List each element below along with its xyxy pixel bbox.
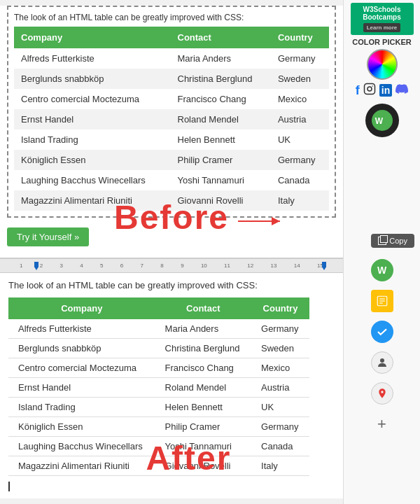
copy-btn-label: Copy <box>389 237 407 245</box>
svg-point-11 <box>380 358 384 363</box>
table-row: Island TradingHelen BennettUK <box>8 398 309 417</box>
table-row: Berglunds snabbköpChristina BerglundSwed… <box>8 339 309 358</box>
svg-point-3 <box>368 87 372 91</box>
table-row: Laughing Bacchus WinecellarsYoshi Tannam… <box>14 170 329 190</box>
table-cell: Sweden <box>251 339 309 358</box>
table-cell: Island Trading <box>8 398 155 417</box>
table-cell: Italy <box>271 190 329 211</box>
before-section: The look of an HTML table can be greatly… <box>0 6 343 259</box>
social-icons-group: f in <box>356 83 408 98</box>
top-description: The look of an HTML table can be greatly… <box>14 13 329 22</box>
table-cell: Germany <box>271 48 329 69</box>
table-cell: Canada <box>271 170 329 190</box>
table-cell: Magazzini Alimentari Riuniti <box>8 456 155 476</box>
color-picker-label: COLOR PICKER <box>352 38 411 46</box>
table-cell: Ernst Handel <box>8 378 155 398</box>
ruler-marker-left <box>34 262 38 270</box>
arrow-icon <box>238 214 287 228</box>
table-row: Königlich EssenPhilip CramerGermany <box>14 150 329 170</box>
table-cell: Francisco Chang <box>171 89 271 109</box>
table-cell: Laughing Bacchus Winecellars <box>14 170 171 190</box>
table-cell: Berglunds snabbköp <box>8 339 155 358</box>
after-section: The look of an HTML table can be greatly… <box>0 273 343 498</box>
bottom-description: The look of an HTML table can be greatly… <box>8 280 335 290</box>
table-cell: Centro comercial Moctezuma <box>8 358 155 378</box>
svg-text:W: W <box>374 116 383 126</box>
html-table-before: Company Contact Country Alfreds Futterki… <box>14 27 329 211</box>
table-cell: Philip Cramer <box>155 417 251 437</box>
copy-btn-container: Copy <box>371 234 414 248</box>
checkmark-icon[interactable] <box>371 321 393 343</box>
table-cell: Königlich Essen <box>14 150 171 170</box>
table-cell: UK <box>271 130 329 150</box>
w3-small-icon[interactable]: W <box>371 259 393 281</box>
right-sidebar-top: W3Schools Bootcamps Learn more COLOR PIC… <box>343 0 420 253</box>
table-cell: UK <box>251 398 309 417</box>
copy-button[interactable]: Copy <box>371 234 414 248</box>
table-cell: Sweden <box>271 69 329 89</box>
dashed-box: The look of an HTML table can be greatly… <box>7 6 336 218</box>
table-cell: Germany <box>251 319 309 339</box>
person-icon[interactable] <box>371 351 393 374</box>
table-cell: Francisco Chang <box>155 358 251 378</box>
table-cell: Ernst Handel <box>14 109 171 130</box>
linkedin-icon[interactable]: in <box>379 84 392 97</box>
w3-app-icon[interactable]: W <box>365 104 399 137</box>
ruler-marker-right <box>322 262 326 270</box>
w3-logo-icon: W <box>372 110 393 131</box>
copy-icon <box>378 237 386 245</box>
col-header-country: Country <box>271 27 329 48</box>
table-cell: Austria <box>271 109 329 130</box>
table-cell: Helen Bennett <box>155 398 251 417</box>
sticky-note-icon[interactable] <box>371 290 393 312</box>
instagram-icon[interactable] <box>363 83 376 98</box>
try-it-yourself-button[interactable]: Try it Yourself » <box>7 227 89 246</box>
table-cell: Germany <box>251 417 309 437</box>
table-cell: Island Trading <box>14 130 171 150</box>
table-row: Centro comercial MoctezumaFrancisco Chan… <box>14 89 329 109</box>
table-cell: Berglunds snabbköp <box>14 69 171 89</box>
table-cell: Mexico <box>251 358 309 378</box>
ruler-numbers: 12345 678910 1112131415 <box>6 262 337 269</box>
table-row: Berglunds snabbköpChristina BerglundSwed… <box>14 69 329 89</box>
w3-app-icon-container: W <box>365 104 399 137</box>
table-row: Alfreds FutterkisteMaria AndersGermany <box>8 319 309 339</box>
table-cell: Maria Anders <box>155 319 251 339</box>
col-header-company: Company <box>14 27 171 48</box>
discord-icon[interactable] <box>396 83 408 98</box>
table-row: Königlich EssenPhilip CramerGermany <box>8 417 309 437</box>
bootcamps-banner[interactable]: W3Schools Bootcamps Learn more <box>351 3 414 35</box>
col-header-country-after: Country <box>251 298 309 319</box>
table-row: Ernst HandelRoland MendelAustria <box>8 378 309 398</box>
ruler-area: 12345 678910 1112131415 <box>0 259 343 273</box>
table-cell: Königlich Essen <box>8 417 155 437</box>
table-row: Island TradingHelen BennettUK <box>14 130 329 150</box>
bootcamps-title: W3Schools Bootcamps <box>354 6 411 21</box>
table-cell: Laughing Bacchus Winecellars <box>8 437 155 456</box>
before-label: Before <box>114 198 229 237</box>
table-cell: Alfreds Futterkiste <box>8 319 155 339</box>
table-cell: Roland Mendel <box>171 109 271 130</box>
table-cell: Christina Berglund <box>155 339 251 358</box>
color-wheel-icon[interactable] <box>367 49 398 80</box>
table-row: Ernst HandelRoland MendelAustria <box>14 109 329 130</box>
table-cell: Canada <box>251 437 309 456</box>
svg-rect-2 <box>364 84 374 94</box>
col-header-contact-after: Contact <box>155 298 251 319</box>
table-cell: Philip Cramer <box>171 150 271 170</box>
text-cursor <box>8 480 335 491</box>
location-pin-icon[interactable] <box>371 382 393 405</box>
table-cell: Helen Bennett <box>171 130 271 150</box>
table-cell: Alfreds Futterkiste <box>14 48 171 69</box>
col-header-company-after: Company <box>8 298 155 319</box>
table-cell: Italy <box>251 456 309 476</box>
facebook-icon[interactable]: f <box>356 83 360 98</box>
table-cell: Austria <box>251 378 309 398</box>
svg-point-4 <box>372 85 373 87</box>
bootcamps-learn-more[interactable]: Learn more <box>363 23 401 32</box>
col-header-contact: Contact <box>171 27 271 48</box>
table-cell: Christina Berglund <box>171 69 271 89</box>
add-button[interactable]: + <box>371 413 393 435</box>
table-cell: Centro comercial Moctezuma <box>14 89 171 109</box>
table-cell: Maria Anders <box>171 48 271 69</box>
